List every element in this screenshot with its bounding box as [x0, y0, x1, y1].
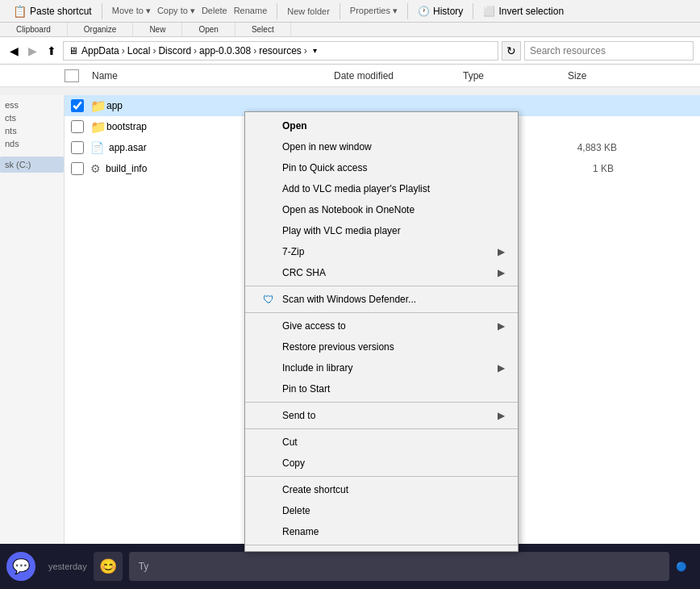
- ribbon-sep-1: [102, 3, 102, 19]
- refresh-button[interactable]: ↻: [502, 41, 521, 61]
- taskbar-type-area[interactable]: Ty: [129, 552, 669, 581]
- file-icon-buildinfo: ⚙: [90, 162, 101, 175]
- ctx-include-library[interactable]: Include in library ▶: [245, 357, 518, 378]
- taskbar-yesterday-label: yesterday: [42, 562, 87, 571]
- ctx-copy-label: Copy: [282, 457, 305, 469]
- ctx-7zip-arrow: ▶: [498, 246, 505, 257]
- ctx-cut[interactable]: Cut: [245, 432, 518, 453]
- ctx-open[interactable]: Open: [245, 115, 518, 136]
- nav-item-nts[interactable]: nts: [0, 124, 64, 137]
- col-name[interactable]: Name: [85, 70, 327, 81]
- nav-item-nds[interactable]: nds: [0, 137, 64, 150]
- ctx-pin-quick-label: Pin to Quick access: [282, 162, 367, 173]
- breadcrumb-sep-3: ›: [194, 45, 197, 56]
- ctx-give-access[interactable]: Give access to ▶: [245, 315, 518, 336]
- delete-label: Delete: [202, 6, 227, 16]
- ctx-give-access-label: Give access to: [282, 320, 346, 332]
- ctx-onenote[interactable]: Open as Notebook in OneNote: [245, 199, 518, 220]
- ctx-crc-sha-arrow: ▶: [498, 267, 505, 278]
- file-size-buildinfo: 1 KB: [533, 163, 614, 174]
- select-all-checkbox[interactable]: [65, 69, 79, 82]
- file-checkbox-app[interactable]: [71, 99, 84, 112]
- forward-button[interactable]: ▶: [25, 43, 40, 59]
- paste-shortcut-button[interactable]: 📋 Paste shortcut: [6, 3, 98, 19]
- ribbon-sections: Clipboard Organize New Open Select: [0, 23, 700, 37]
- ctx-crc-sha[interactable]: CRC SHA ▶: [245, 262, 518, 283]
- invert-selection-button[interactable]: ⬜ Invert selection: [477, 4, 570, 19]
- col-date[interactable]: Date modified: [327, 70, 456, 81]
- ctx-pin-start-left: Pin to Start: [261, 383, 330, 395]
- breadcrumb-local[interactable]: Local: [127, 45, 151, 56]
- ctx-delete[interactable]: Delete: [245, 500, 518, 521]
- ctx-vlc-play[interactable]: Play with VLC media player: [245, 220, 518, 241]
- ctx-pin-start[interactable]: Pin to Start: [245, 378, 518, 399]
- nav-item-ess[interactable]: ess: [0, 98, 64, 111]
- up-button[interactable]: ⬆: [44, 43, 60, 59]
- breadcrumb[interactable]: 🖥 AppData › Local › Discord › app-0.0.30…: [63, 41, 498, 61]
- ctx-restore[interactable]: Restore previous versions: [245, 336, 518, 357]
- ctx-onenote-left: Open as Notebook in OneNote: [261, 204, 415, 215]
- breadcrumb-appversion[interactable]: app-0.0.308: [199, 45, 251, 56]
- ctx-copy[interactable]: Copy: [245, 453, 518, 474]
- ctx-vlc-add-label: Add to VLC media player's Playlist: [282, 183, 430, 194]
- col-type[interactable]: Type: [456, 70, 561, 81]
- breadcrumb-sep-1: ›: [122, 45, 125, 56]
- file-checkbox-buildinfo[interactable]: [71, 162, 84, 175]
- taskbar-type-text: Ty: [139, 561, 149, 572]
- ribbon-bar: 📋 Paste shortcut Move to ▾ Copy to ▾ Del…: [0, 0, 700, 23]
- ctx-sep-1: [245, 286, 518, 286]
- discord-icon[interactable]: 💬: [6, 552, 35, 581]
- ctx-vlc-play-label: Play with VLC media player: [282, 225, 401, 236]
- ctx-pin-start-label: Pin to Start: [282, 383, 330, 395]
- ctx-vlc-play-left: Play with VLC media player: [261, 225, 401, 236]
- ctx-defender-icon: 🛡: [261, 293, 276, 306]
- paste-shortcut-icon: 📋: [13, 5, 27, 18]
- col-size[interactable]: Size: [561, 70, 642, 81]
- ctx-vlc-add[interactable]: Add to VLC media player's Playlist: [245, 178, 518, 199]
- file-checkbox-bootstrap[interactable]: [71, 120, 84, 133]
- file-icon-asar: 📄: [90, 141, 104, 154]
- ctx-cut-label: Cut: [282, 437, 298, 448]
- ctx-open-label: Open: [282, 120, 307, 132]
- breadcrumb-discord[interactable]: Discord: [158, 45, 191, 56]
- ctx-7zip[interactable]: 7-Zip ▶: [245, 241, 518, 262]
- ctx-crc-sha-label: CRC SHA: [282, 267, 326, 278]
- ctx-open-new-window[interactable]: Open in new window: [245, 136, 518, 157]
- breadcrumb-dropdown[interactable]: ▾: [313, 46, 317, 55]
- ctx-defender-left: 🛡 Scan with Windows Defender...: [261, 293, 416, 306]
- search-input[interactable]: [524, 41, 694, 61]
- breadcrumb-appdata[interactable]: AppData: [81, 45, 119, 56]
- ctx-rename-label: Rename: [282, 526, 319, 537]
- ribbon-sep-5: [473, 3, 473, 19]
- ctx-send-to-left: Send to: [261, 410, 315, 421]
- ctx-rename[interactable]: Rename: [245, 521, 518, 542]
- paste-shortcut-label: Paste shortcut: [30, 6, 92, 17]
- history-button[interactable]: 🕐 History: [411, 4, 469, 19]
- properties-label: Properties ▾: [350, 6, 398, 16]
- context-menu: Open Open in new window Pin to Quick acc…: [244, 111, 519, 552]
- ctx-7zip-left: 7-Zip: [261, 246, 304, 257]
- ctx-crc-sha-left: CRC SHA: [261, 267, 326, 278]
- back-button[interactable]: ◀: [6, 43, 22, 59]
- nav-item-disk[interactable]: sk (C:): [0, 157, 64, 173]
- ctx-restore-label: Restore previous versions: [282, 341, 394, 353]
- ctx-7zip-label: 7-Zip: [282, 246, 304, 257]
- ctx-create-shortcut[interactable]: Create shortcut: [245, 479, 518, 500]
- history-icon: 🕐: [418, 6, 430, 17]
- nav-item-cts[interactable]: cts: [0, 111, 64, 124]
- folder-icon-app: 📁: [90, 98, 106, 114]
- ribbon-sep-3: [340, 3, 340, 19]
- file-checkbox-asar[interactable]: [71, 141, 84, 154]
- ctx-delete-left: Delete: [261, 505, 310, 516]
- ctx-open-new-label: Open in new window: [282, 141, 372, 152]
- ctx-give-access-left: Give access to: [261, 320, 346, 332]
- ctx-defender[interactable]: 🛡 Scan with Windows Defender...: [245, 289, 518, 310]
- ctx-pin-quick[interactable]: Pin to Quick access: [245, 157, 518, 178]
- ribbon-sep-2: [277, 3, 277, 19]
- ctx-sep-4: [245, 428, 518, 429]
- ctx-rename-left: Rename: [261, 526, 319, 537]
- taskbar-emoji-button[interactable]: 😊: [94, 552, 123, 581]
- clipboard-section-label: Clipboard: [0, 23, 68, 36]
- breadcrumb-resources[interactable]: resources: [259, 45, 302, 56]
- ctx-send-to[interactable]: Send to ▶: [245, 405, 518, 426]
